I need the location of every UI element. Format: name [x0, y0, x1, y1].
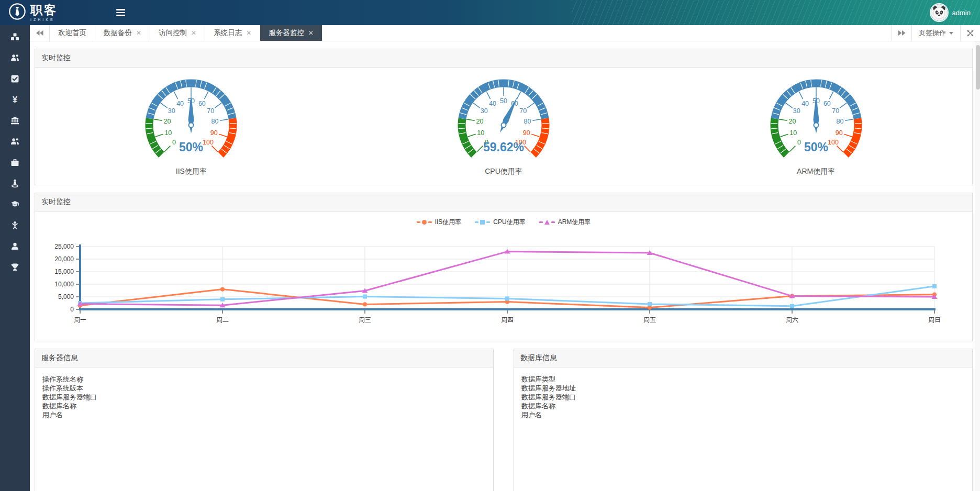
tab-2[interactable]: 访问控制✕ [150, 25, 205, 41]
tab-operations-dropdown[interactable]: 页签操作 [911, 25, 960, 41]
svg-text:10: 10 [165, 129, 172, 137]
legend-item[interactable]: CPU使用率 [475, 218, 525, 227]
data-point[interactable] [648, 302, 652, 306]
info-row: 数据库名称 [521, 401, 965, 410]
scrollbar-thumb[interactable] [976, 45, 980, 90]
user-avatar[interactable] [930, 3, 949, 22]
data-point[interactable] [363, 295, 367, 299]
brand-logo[interactable]: 职客 IZHIKE [0, 3, 99, 23]
tab-0[interactable]: 欢迎首页 [50, 25, 95, 41]
y-axis-tick: 25,000 [54, 243, 74, 250]
svg-text:80: 80 [836, 118, 843, 125]
gauge-dial: 010203040506070809010050% [756, 75, 876, 163]
fullscreen-button[interactable] [960, 25, 980, 41]
cubes-icon [10, 32, 19, 41]
svg-text:20: 20 [164, 118, 171, 125]
x-axis-tick: 周一 [74, 316, 86, 323]
double-left-arrow-icon [36, 30, 43, 36]
info-row: 用户名 [42, 410, 486, 419]
data-point[interactable] [790, 304, 794, 308]
svg-text:10: 10 [789, 129, 797, 137]
y-axis-tick: 20,000 [54, 255, 74, 263]
svg-text:80: 80 [524, 118, 531, 125]
sidebar-item-2[interactable] [0, 68, 30, 89]
gauge-2: 010203040506070809010050%ARM使用率 [756, 75, 876, 176]
tab-close-icon[interactable]: ✕ [136, 30, 141, 36]
sidebar-item-6[interactable] [0, 152, 30, 173]
street-view-icon [10, 179, 19, 188]
circle-marker-icon [422, 220, 427, 225]
svg-text:70: 70 [519, 107, 527, 115]
svg-text:70: 70 [207, 107, 215, 115]
data-point[interactable] [932, 284, 937, 288]
x-axis-tick: 周二 [216, 316, 229, 323]
gauge-title: ARM使用率 [756, 167, 876, 176]
data-point[interactable] [220, 297, 225, 302]
info-row: 操作系统版本 [42, 384, 486, 393]
info-row: 操作系统名称 [42, 375, 486, 384]
legend-label: IIS使用率 [435, 218, 462, 227]
x-axis-tick: 周四 [501, 316, 514, 323]
y-axis-tick: 5,000 [58, 293, 74, 300]
sidebar-item-11[interactable] [0, 256, 30, 277]
gauge-1: 010203040506070809010059.62%CPU使用率 [443, 75, 564, 176]
sidebar-item-3[interactable]: ¥ [0, 89, 30, 110]
svg-text:10: 10 [477, 129, 484, 137]
briefcase-icon [10, 158, 19, 167]
gauge-value: 50% [804, 140, 828, 154]
tab-label: 系统日志 [214, 28, 242, 38]
tab-label: 欢迎首页 [58, 28, 86, 38]
gauge-panel: 实时监控 010203040506070809010050%IIS使用率0102… [35, 49, 973, 185]
info-row: 数据库名称 [42, 401, 486, 410]
svg-text:20: 20 [476, 118, 484, 125]
gauge-value: 50% [179, 140, 203, 154]
gauge-dial: 010203040506070809010059.62% [443, 75, 564, 163]
data-point[interactable] [220, 287, 225, 291]
gauge-panel-title: 实时监控 [35, 49, 972, 68]
sidebar-item-10[interactable] [0, 236, 30, 256]
sidebar-item-0[interactable] [0, 26, 30, 47]
sidebar-item-5[interactable] [0, 131, 30, 152]
users-icon [10, 137, 19, 146]
tabs-scroll-left-button[interactable] [30, 25, 50, 41]
brand-title: 职客 [30, 4, 58, 16]
info-row: 数据库类型 [521, 375, 965, 384]
tab-close-icon[interactable]: ✕ [246, 30, 251, 36]
brand-subtitle: IZHIKE [30, 18, 58, 21]
chart-panel-title: 实时监控 [35, 193, 972, 211]
sidebar-item-9[interactable] [0, 215, 30, 236]
sidebar-item-4[interactable] [0, 110, 30, 131]
sidebar-item-8[interactable] [0, 194, 30, 215]
svg-text:40: 40 [176, 100, 184, 107]
svg-text:0: 0 [797, 139, 801, 146]
sidebar: ¥ [0, 25, 30, 491]
legend-item[interactable]: ARM使用率 [539, 218, 591, 227]
child-icon [10, 221, 19, 230]
tab-label: 服务器监控 [269, 28, 304, 38]
vertical-scrollbar[interactable] [975, 41, 980, 491]
tab-1[interactable]: 数据备份✕ [95, 25, 150, 41]
tab-3[interactable]: 系统日志✕ [205, 25, 260, 41]
fullscreen-icon [966, 29, 974, 37]
tabs-scroll-right-button[interactable] [892, 25, 911, 41]
data-point[interactable] [363, 302, 367, 306]
data-point[interactable] [505, 296, 509, 300]
sidebar-item-1[interactable] [0, 47, 30, 68]
tab-4[interactable]: 服务器监控✕ [260, 25, 322, 41]
gauge-title: IIS使用率 [131, 167, 251, 176]
svg-text:90: 90 [210, 129, 218, 137]
gauge-value: 59.62% [483, 140, 524, 154]
line-chart: 05,00010,00015,00020,00025,000周一周二周三周四周五… [39, 232, 967, 331]
tab-bar: 欢迎首页数据备份✕访问控制✕系统日志✕服务器监控✕ 页签操作 [30, 25, 980, 41]
sidebar-item-7[interactable] [0, 173, 30, 194]
tab-close-icon[interactable]: ✕ [191, 30, 196, 36]
gauge-dial: 010203040506070809010050% [131, 75, 251, 163]
tab-close-icon[interactable]: ✕ [308, 30, 314, 36]
bank-icon [10, 116, 19, 125]
legend-item[interactable]: IIS使用率 [417, 218, 462, 227]
chevron-down-icon [949, 32, 953, 35]
svg-text:90: 90 [835, 129, 842, 137]
legend-label: ARM使用率 [558, 218, 591, 227]
hamburger-icon[interactable] [113, 4, 128, 21]
trophy-icon [10, 263, 19, 272]
